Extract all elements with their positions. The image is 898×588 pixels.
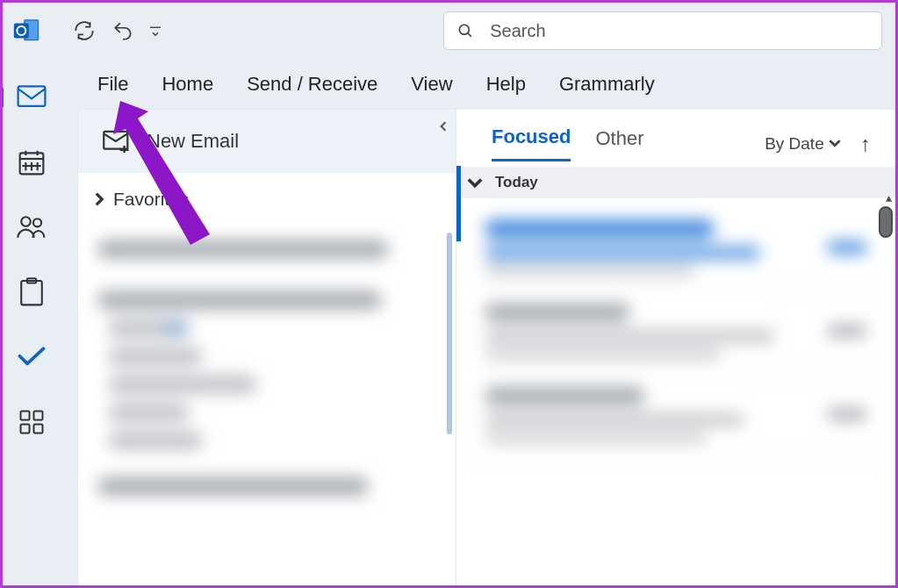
message-item[interactable] xyxy=(479,207,873,290)
chevron-right-icon xyxy=(92,192,106,206)
content-area: New Email Favorites Focused Other xyxy=(61,110,895,585)
inbox-tabs: Focused Other By Date ↑ xyxy=(456,110,895,161)
ribbon-send-receive[interactable]: Send / Receive xyxy=(247,73,377,96)
svg-point-17 xyxy=(33,219,41,226)
svg-rect-21 xyxy=(34,412,43,420)
outer-scrollbar-thumb[interactable] xyxy=(879,206,893,238)
rail-people[interactable] xyxy=(16,212,47,243)
favorites-header[interactable]: Favorites xyxy=(78,173,456,226)
rail-apps[interactable] xyxy=(16,406,47,438)
folder-pane-scrollbar[interactable] xyxy=(447,233,452,434)
svg-rect-20 xyxy=(21,412,30,420)
group-today[interactable]: Today xyxy=(456,167,895,198)
sort-by-date[interactable]: By Date xyxy=(765,134,841,154)
new-email-icon xyxy=(103,130,131,153)
search-box[interactable] xyxy=(443,11,882,50)
ribbon-grammarly[interactable]: Grammarly xyxy=(559,73,655,96)
new-email-label: New Email xyxy=(147,130,239,153)
sort-direction-button[interactable]: ↑ xyxy=(860,132,871,156)
message-item[interactable] xyxy=(479,374,873,457)
svg-point-5 xyxy=(459,25,469,34)
search-icon xyxy=(456,21,474,40)
customize-qat-button[interactable] xyxy=(145,14,166,47)
tab-focused[interactable]: Focused xyxy=(492,125,571,161)
folder-pane: New Email Favorites xyxy=(78,110,456,585)
outlook-logo-icon xyxy=(11,16,41,46)
svg-point-16 xyxy=(21,217,30,226)
rail-tasks[interactable] xyxy=(16,276,47,308)
collapse-folder-pane-button[interactable] xyxy=(438,120,449,134)
active-indicator xyxy=(0,87,4,108)
svg-line-6 xyxy=(468,33,471,37)
svg-rect-23 xyxy=(34,425,43,434)
search-input[interactable] xyxy=(490,21,869,41)
nav-rail xyxy=(3,59,61,585)
tab-other[interactable]: Other xyxy=(595,127,643,161)
favorites-label: Favorites xyxy=(113,189,189,210)
message-pane: Focused Other By Date ↑ Today xyxy=(456,110,895,585)
rail-todo[interactable] xyxy=(16,341,47,373)
chevron-down-icon xyxy=(467,175,483,190)
sort-controls: By Date ↑ xyxy=(765,132,871,156)
ribbon-file[interactable]: File xyxy=(97,73,128,96)
search-area xyxy=(443,11,882,50)
ribbon-help[interactable]: Help xyxy=(486,73,526,96)
undo-button[interactable] xyxy=(106,14,140,47)
ribbon-menu: File Home Send / Receive View Help Gramm… xyxy=(3,59,895,110)
ribbon-view[interactable]: View xyxy=(411,73,452,96)
svg-rect-22 xyxy=(21,425,30,434)
folder-list-blurred xyxy=(78,226,456,510)
message-item[interactable] xyxy=(479,290,873,374)
new-email-button[interactable]: New Email xyxy=(78,110,456,173)
title-bar xyxy=(3,3,895,59)
outer-scroll-up-icon: ▴ xyxy=(886,190,892,204)
svg-rect-18 xyxy=(21,281,42,305)
sort-label: By Date xyxy=(765,134,824,153)
chevron-down-icon xyxy=(829,137,841,149)
rail-calendar[interactable] xyxy=(16,147,47,178)
ribbon-home[interactable]: Home xyxy=(162,73,213,96)
message-list-blurred xyxy=(456,198,895,466)
rail-mail[interactable] xyxy=(16,82,47,113)
sync-button[interactable] xyxy=(68,14,101,47)
svg-rect-7 xyxy=(18,86,46,105)
group-today-label: Today xyxy=(495,174,538,191)
